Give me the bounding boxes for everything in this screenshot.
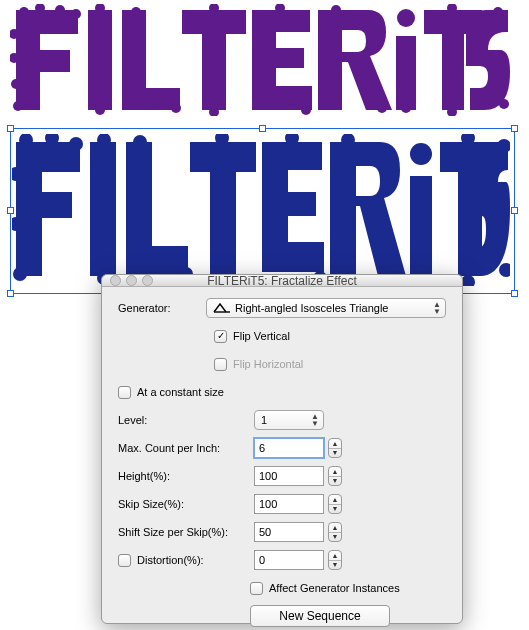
distortion-checkbox[interactable] xyxy=(118,554,131,567)
max-count-label: Max. Count per Inch: xyxy=(118,442,246,454)
distortion-field[interactable] xyxy=(254,550,324,570)
level-popup[interactable]: 1 ▲▼ xyxy=(254,410,324,430)
close-icon[interactable] xyxy=(110,275,121,286)
svg-point-45 xyxy=(499,263,510,277)
svg-point-19 xyxy=(401,103,411,113)
skip-size-field[interactable] xyxy=(254,494,324,514)
svg-point-24 xyxy=(410,143,432,165)
svg-point-16 xyxy=(301,105,311,115)
artwork-fractal-top xyxy=(10,4,515,116)
affect-instances-label: Affect Generator Instances xyxy=(269,582,400,594)
svg-point-10 xyxy=(95,105,105,115)
level-label: Level: xyxy=(118,414,246,426)
height-label: Height(%): xyxy=(118,470,246,482)
generator-value: Right-angled Isosceles Triangle xyxy=(235,302,388,314)
flip-horizontal-label: Flip Horizontal xyxy=(233,358,303,370)
distortion-label: Distortion(%): xyxy=(137,554,204,566)
resize-handle-tm[interactable] xyxy=(259,125,266,132)
shift-size-label: Shift Size per Skip(%): xyxy=(118,526,246,538)
flip-vertical-checkbox[interactable] xyxy=(214,330,227,343)
flip-horizontal-checkbox[interactable] xyxy=(214,358,227,371)
generator-glyph-icon xyxy=(213,301,231,315)
svg-point-30 xyxy=(13,267,27,281)
zoom-icon[interactable] xyxy=(142,275,153,286)
skip-size-stepper[interactable]: ▲▼ xyxy=(328,494,342,514)
svg-point-43 xyxy=(461,275,475,286)
skip-size-label: Skip Size(%): xyxy=(118,498,246,510)
shift-size-stepper[interactable]: ▲▼ xyxy=(328,522,342,542)
max-count-stepper[interactable]: ▲▼ xyxy=(328,438,342,458)
fractalize-dialog: FILTERiT5: Fractalize Effect Generator: … xyxy=(101,274,463,624)
resize-handle-tr[interactable] xyxy=(511,125,518,132)
svg-point-11 xyxy=(131,7,141,17)
svg-point-18 xyxy=(377,103,387,113)
flip-vertical-label: Flip Vertical xyxy=(233,330,290,342)
svg-point-7 xyxy=(11,79,21,89)
dialog-title: FILTERiT5: Fractalize Effect xyxy=(102,274,462,288)
resize-handle-bl[interactable] xyxy=(7,290,14,297)
svg-point-17 xyxy=(331,5,341,15)
svg-point-4 xyxy=(71,9,81,19)
new-sequence-button[interactable]: New Sequence xyxy=(250,605,390,627)
new-sequence-label: New Sequence xyxy=(279,609,360,623)
shift-size-field[interactable] xyxy=(254,522,324,542)
artwork-fractal-bottom[interactable] xyxy=(12,134,510,288)
height-stepper[interactable]: ▲▼ xyxy=(328,466,342,486)
affect-instances-checkbox[interactable] xyxy=(250,582,263,595)
svg-point-33 xyxy=(133,135,147,149)
titlebar[interactable]: FILTERiT5: Fractalize Effect xyxy=(102,275,462,287)
svg-point-3 xyxy=(55,5,65,15)
svg-point-22 xyxy=(493,7,503,17)
constant-size-checkbox[interactable] xyxy=(118,386,131,399)
constant-size-label: At a constant size xyxy=(137,386,224,398)
popup-arrows-icon: ▲▼ xyxy=(433,301,441,315)
resize-handle-br[interactable] xyxy=(511,290,518,297)
max-count-field[interactable] xyxy=(254,438,324,458)
svg-point-12 xyxy=(171,103,181,113)
distortion-stepper[interactable]: ▲▼ xyxy=(328,550,342,570)
svg-point-27 xyxy=(69,137,83,151)
svg-point-0 xyxy=(397,9,415,27)
generator-popup[interactable]: Right-angled Isosceles Triangle ▲▼ xyxy=(206,298,446,318)
generator-label: Generator: xyxy=(118,302,198,314)
popup-arrows-icon: ▲▼ xyxy=(311,413,319,427)
level-value: 1 xyxy=(261,414,267,426)
svg-point-8 xyxy=(13,101,23,111)
height-field[interactable] xyxy=(254,466,324,486)
svg-point-23 xyxy=(499,99,509,109)
resize-handle-mr[interactable] xyxy=(511,207,518,214)
minimize-icon[interactable] xyxy=(126,275,137,286)
resize-handle-tl[interactable] xyxy=(7,125,14,132)
svg-point-1 xyxy=(19,7,29,17)
